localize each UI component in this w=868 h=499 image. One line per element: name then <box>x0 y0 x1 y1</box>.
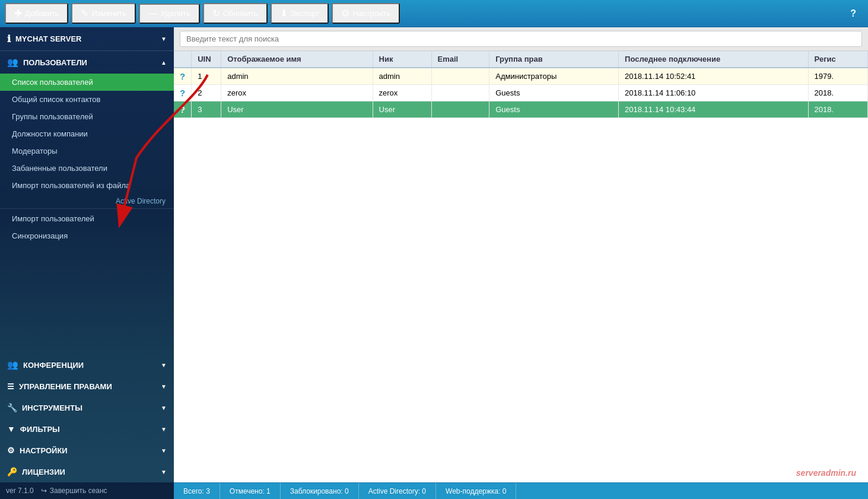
rights-chevron: ▼ <box>161 383 167 390</box>
divider-3 <box>201 5 202 22</box>
server-icon: ℹ <box>7 33 11 45</box>
sidebar-item-positions[interactable]: Должности компании <box>0 125 174 142</box>
col-uin[interactable]: UIN <box>192 51 221 68</box>
row-uin: 1 <box>192 68 221 85</box>
tools-icon: 🔧 <box>7 403 17 412</box>
row-email <box>431 101 489 118</box>
search-input[interactable] <box>180 31 862 47</box>
rights-icon: ☰ <box>7 382 14 391</box>
row-last-conn: 2018.11.14 10:52:41 <box>619 68 809 85</box>
row-reg: 2018. <box>808 85 867 101</box>
filters-icon: ▼ <box>7 424 15 434</box>
users-icon: 👥 <box>7 57 18 68</box>
status-bar: Всего: 3 Отмечено: 1 Заблокировано: 0 Ac… <box>174 482 868 499</box>
ad-divider <box>0 208 174 209</box>
row-display-name: zerox <box>221 85 373 101</box>
rights-section-header[interactable]: ☰ УПРАВЛЕНИЕ ПРАВАМИ ▼ <box>0 376 174 397</box>
licenses-header[interactable]: 🔑 ЛИЦЕНЗИИ ▼ <box>0 461 174 482</box>
app-settings-header[interactable]: ⚙ НАСТРОЙКИ ▼ <box>0 440 174 461</box>
row-reg: 2018. <box>808 101 867 118</box>
refresh-button[interactable]: ↻ Обновить <box>203 3 268 24</box>
table-row[interactable]: ? 2 zerox zerox Guests 2018.11.14 11:06:… <box>174 85 868 101</box>
licenses-chevron: ▼ <box>161 469 167 475</box>
tools-section-header[interactable]: 🔧 ИНСТРУМЕНТЫ ▼ <box>0 397 174 418</box>
table-row[interactable]: ? 3 User User Guests 2018.11.14 10:43:44… <box>174 101 868 118</box>
sidebar-item-moderators[interactable]: Модераторы <box>0 142 174 160</box>
settings-icon: ⚙ <box>7 446 15 455</box>
row-icon: ? <box>174 101 192 118</box>
delete-icon: — <box>148 8 158 19</box>
conferences-label: КОНФЕРЕНЦИИ <box>23 361 84 370</box>
col-icon <box>174 51 192 68</box>
edit-button[interactable]: ✎ Изменить <box>71 3 136 24</box>
server-title-header[interactable]: ℹ MYCHAT SERVER ▼ <box>0 27 174 51</box>
help-button[interactable]: ? <box>843 6 863 21</box>
col-display-name[interactable]: Отображаемое имя <box>221 51 373 68</box>
row-display-name: admin <box>221 68 373 85</box>
row-icon: ? <box>174 68 192 85</box>
conferences-icon: 👥 <box>7 360 18 370</box>
sidebar-item-contact-list[interactable]: Общий список контактов <box>0 91 174 108</box>
col-group[interactable]: Группа прав <box>489 51 619 68</box>
delete-button[interactable]: — Удалить <box>139 4 200 24</box>
licenses-icon: 🔑 <box>7 467 17 476</box>
app-settings-label: НАСТРОЙКИ <box>20 446 68 455</box>
filters-section-header[interactable]: ▼ ФИЛЬТРЫ ▼ <box>0 418 174 440</box>
row-nick: zerox <box>373 85 431 101</box>
sidebar: ℹ MYCHAT SERVER ▼ 👥 ПОЛЬЗОВАТЕЛИ ▲ Списо… <box>0 27 174 499</box>
filters-chevron: ▼ <box>161 426 167 433</box>
licenses-label: ЛИЦЕНЗИИ <box>22 468 65 476</box>
col-last-conn[interactable]: Последнее подключение <box>619 51 809 68</box>
status-total: Всего: 3 <box>174 483 220 499</box>
settings-button[interactable]: ⚙ Настроить <box>332 3 400 24</box>
status-blocked: Заблокировано: 0 <box>281 483 359 499</box>
gear-icon: ⚙ <box>341 8 349 19</box>
row-icon: ? <box>174 85 192 101</box>
col-email[interactable]: Email <box>431 51 489 68</box>
filters-label: ФИЛЬТРЫ <box>20 425 60 434</box>
sidebar-item-sync[interactable]: Синхронизация <box>0 227 174 244</box>
users-section-header[interactable]: 👥 ПОЛЬЗОВАТЕЛИ ▲ <box>0 51 174 74</box>
sidebar-item-import-file[interactable]: Импорт пользователей из файла <box>0 177 174 194</box>
table-row[interactable]: ? 1 admin admin Администраторы 2018.11.1… <box>174 68 868 85</box>
active-directory-label: Active Directory <box>0 194 174 207</box>
sidebar-item-banned[interactable]: Забаненные пользователи <box>0 160 174 177</box>
status-marked: Отмечено: 1 <box>220 483 281 499</box>
sidebar-item-user-list[interactable]: Список пользователей <box>0 74 174 91</box>
divider-5 <box>330 5 330 22</box>
row-email <box>431 85 489 101</box>
conferences-chevron: ▼ <box>161 362 167 368</box>
table-header-row: UIN Отображаемое имя Ник Email Группа пр… <box>174 51 868 68</box>
logout-label: Завершить сеанс <box>50 487 107 495</box>
status-ad: Active Directory: 0 <box>359 483 436 499</box>
server-title: MYCHAT SERVER <box>15 34 81 43</box>
server-chevron: ▼ <box>161 36 167 42</box>
logout-button[interactable]: ↪ Завершить сеанс <box>41 487 107 495</box>
users-table: UIN Отображаемое имя Ник Email Группа пр… <box>174 51 868 118</box>
status-web: Web-поддержка: 0 <box>436 483 516 499</box>
version-label: ver 7.1.0 <box>6 487 34 495</box>
divider-2 <box>137 5 138 22</box>
divider-1 <box>69 5 70 22</box>
table-body: ? 1 admin admin Администраторы 2018.11.1… <box>174 68 868 118</box>
content-area: UIN Отображаемое имя Ник Email Группа пр… <box>174 27 868 499</box>
row-group: Guests <box>489 85 619 101</box>
toolbar: ✚ Добавить ✎ Изменить — Удалить ↻ Обнови… <box>0 0 868 27</box>
tools-label: ИНСТРУМЕНТЫ <box>22 403 82 412</box>
users-chevron: ▲ <box>161 59 167 66</box>
sidebar-item-import-users[interactable]: Импорт пользователей <box>0 210 174 227</box>
export-button[interactable]: ⬇ Экспорт <box>271 3 329 24</box>
row-group: Guests <box>489 101 619 118</box>
export-icon: ⬇ <box>280 8 288 19</box>
divider-4 <box>269 5 269 22</box>
col-nick[interactable]: Ник <box>373 51 431 68</box>
sidebar-item-user-groups[interactable]: Группы пользователей <box>0 108 174 125</box>
col-reg[interactable]: Регис <box>808 51 867 68</box>
row-last-conn: 2018.11.14 11:06:10 <box>619 85 809 101</box>
conferences-section-header[interactable]: 👥 КОНФЕРЕНЦИИ ▼ <box>0 354 174 376</box>
row-uin: 2 <box>192 85 221 101</box>
add-button[interactable]: ✚ Добавить <box>5 3 68 24</box>
row-nick: User <box>373 101 431 118</box>
refresh-icon: ↻ <box>212 8 220 19</box>
search-bar <box>174 27 868 51</box>
